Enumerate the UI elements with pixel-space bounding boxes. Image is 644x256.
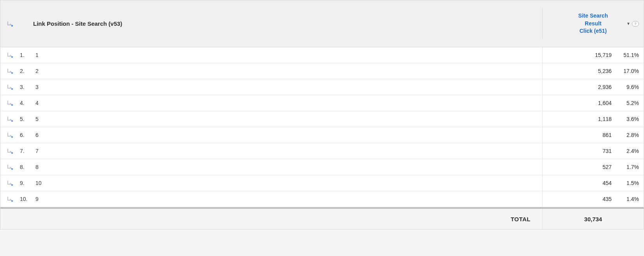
svg-point-2 [11,72,13,74]
row-metric-value: 5,236 [569,68,612,74]
row-rank: 10. [20,191,33,207]
row-rank: 6. [20,127,33,143]
row-metric-cell: 5,23617.0% [542,63,644,79]
row-breakdown-icon[interactable] [0,63,20,79]
table-row[interactable]: 8.85271.7% [0,159,644,175]
table-row[interactable]: 10.94351.4% [0,191,644,207]
row-metric-percent: 1.5% [612,180,639,186]
metric-column-header[interactable]: Site Search Result Click (e51) ▼ ? [542,8,644,39]
row-metric-cell: 4351.4% [542,191,644,207]
table-row[interactable]: 7.77312.4% [0,143,644,159]
row-metric-cell: 5271.7% [542,159,644,175]
row-dimension-value[interactable]: 8 [33,159,542,175]
row-metric-value: 2,936 [569,84,612,90]
row-breakdown-icon[interactable] [0,191,20,207]
row-breakdown-icon[interactable] [0,111,20,127]
svg-point-4 [11,104,13,106]
row-breakdown-icon[interactable] [0,127,20,143]
row-breakdown-icon[interactable] [0,47,20,63]
table-row[interactable]: 9.104541.5% [0,175,644,191]
row-metric-cell: 2,9369.6% [542,79,644,95]
svg-point-5 [11,120,13,122]
dimension-breakdown-icon[interactable] [0,20,20,27]
total-label: TOTAL [0,209,542,229]
table-header-row: Link Position - Site Search (v53) Site S… [0,0,644,47]
row-metric-percent: 5.2% [612,100,639,106]
row-metric-percent: 2.4% [612,148,639,154]
row-metric-percent: 2.8% [612,132,639,138]
row-metric-value: 1,604 [569,100,612,106]
row-metric-value: 454 [569,180,612,186]
row-metric-value: 15,719 [569,52,612,58]
row-dimension-value[interactable]: 5 [33,111,542,127]
row-metric-value: 731 [569,148,612,154]
row-rank: 8. [20,159,33,175]
table-row[interactable]: 3.32,9369.6% [0,79,644,95]
row-dimension-value[interactable]: 7 [33,143,542,159]
row-dimension-value[interactable]: 9 [33,191,542,207]
svg-point-1 [11,56,13,58]
row-rank: 9. [20,175,33,191]
row-breakdown-icon[interactable] [0,175,20,191]
svg-point-9 [11,184,13,186]
row-breakdown-icon[interactable] [0,143,20,159]
svg-point-3 [11,88,13,90]
row-rank: 1. [20,47,33,63]
row-dimension-value[interactable]: 2 [33,63,542,79]
row-metric-percent: 1.4% [612,196,639,202]
help-icon[interactable]: ? [632,21,639,27]
svg-point-6 [11,136,13,138]
table-row[interactable]: 4.41,6045.2% [0,95,644,111]
row-metric-percent: 9.6% [612,84,639,90]
total-metric-value: 30,734 [542,209,644,229]
freeform-table: Link Position - Site Search (v53) Site S… [0,0,644,229]
table-row[interactable]: 6.68612.8% [0,127,644,143]
row-rank: 3. [20,79,33,95]
svg-point-0 [11,25,13,27]
row-metric-percent: 3.6% [612,116,639,122]
total-row: TOTAL 30,734 [0,209,644,229]
metric-header-controls: ▼ ? [626,21,639,27]
row-metric-cell: 15,71951.1% [542,47,644,63]
svg-point-10 [11,200,13,202]
row-metric-cell: 7312.4% [542,143,644,159]
row-metric-percent: 1.7% [612,164,639,170]
row-rank: 7. [20,143,33,159]
row-metric-value: 527 [569,164,612,170]
table-row[interactable]: 1.115,71951.1% [0,47,644,63]
table-row[interactable]: 2.25,23617.0% [0,63,644,79]
svg-point-8 [11,168,13,170]
row-rank: 2. [20,63,33,79]
sort-descending-icon[interactable]: ▼ [626,21,630,26]
row-dimension-value[interactable]: 6 [33,127,542,143]
metric-label: Site Search Result Click (e51) [578,12,609,35]
row-breakdown-icon[interactable] [0,95,20,111]
row-metric-cell: 4541.5% [542,175,644,191]
row-metric-value: 435 [569,196,612,202]
row-dimension-value[interactable]: 10 [33,175,542,191]
row-metric-percent: 17.0% [612,68,639,74]
dimension-column-header[interactable]: Link Position - Site Search (v53) [20,20,542,27]
row-dimension-value[interactable]: 4 [33,95,542,111]
row-metric-cell: 1,1183.6% [542,111,644,127]
svg-point-7 [11,152,13,154]
row-rank: 5. [20,111,33,127]
row-rank: 4. [20,95,33,111]
row-metric-value: 861 [569,132,612,138]
row-metric-cell: 1,6045.2% [542,95,644,111]
row-dimension-value[interactable]: 1 [33,47,542,63]
row-breakdown-icon[interactable] [0,79,20,95]
row-metric-value: 1,118 [569,116,612,122]
row-breakdown-icon[interactable] [0,159,20,175]
row-metric-cell: 8612.8% [542,127,644,143]
row-dimension-value[interactable]: 3 [33,79,542,95]
dimension-label: Link Position - Site Search (v53) [33,20,122,27]
table-row[interactable]: 5.51,1183.6% [0,111,644,127]
row-metric-percent: 51.1% [612,52,639,58]
